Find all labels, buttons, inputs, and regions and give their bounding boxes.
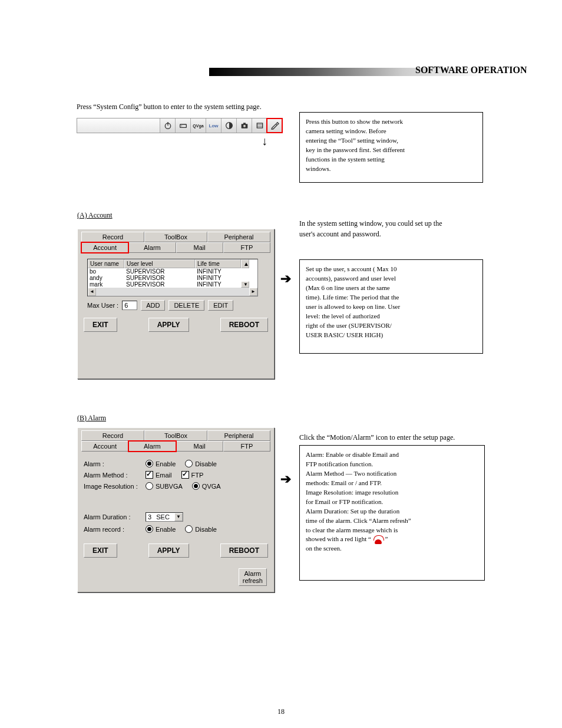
exit-button[interactable]: EXIT xyxy=(84,318,117,332)
hscroll[interactable]: ◄ ► xyxy=(88,288,257,296)
tab-account[interactable]: Account xyxy=(81,441,128,452)
callout-config: Press this button to show the network ca… xyxy=(299,112,483,183)
apply-button[interactable]: APPLY xyxy=(148,318,189,332)
alarm-duration-label: Alarm Duration : xyxy=(84,513,146,521)
alarm-dialog: Record ToolBox Peripheral Account Alarm … xyxy=(77,427,275,592)
duration-select[interactable]: 3 SEC ▼ xyxy=(146,512,183,522)
low-icon[interactable]: Low xyxy=(206,118,221,133)
scroll-left-icon[interactable]: ◄ xyxy=(88,288,96,296)
subvga-label: SUBVGA xyxy=(156,483,183,490)
account-heading: (A) Account xyxy=(77,211,113,220)
reboot-button[interactable]: REBOOT xyxy=(220,318,268,332)
alarm-method-label: Alarm Method : xyxy=(84,472,146,479)
scroll-down-icon[interactable]: ▼ xyxy=(241,281,249,288)
svg-rect-8 xyxy=(257,123,262,128)
tab-row-bottom: Account Alarm Mail FTP xyxy=(78,441,274,452)
tab-peripheral[interactable]: Peripheral xyxy=(207,232,270,242)
table-row[interactable]: markSUPERVISORINFINITY▼ xyxy=(88,281,257,288)
power-icon[interactable] xyxy=(160,118,175,133)
col-userlevel[interactable]: User level xyxy=(124,259,195,268)
qvga-label: QVGA xyxy=(202,483,221,490)
alarm-enable-radio[interactable] xyxy=(146,460,153,467)
alarm-disable-radio[interactable] xyxy=(185,460,193,467)
qvga-radio[interactable] xyxy=(192,482,200,490)
svg-rect-7 xyxy=(243,123,246,124)
tab-account[interactable]: Account xyxy=(81,242,128,253)
ftp-label: FTP xyxy=(191,472,204,479)
alarm-label: Alarm : xyxy=(84,460,146,467)
alarm-record-label: Alarm record : xyxy=(84,526,146,533)
email-label: Email xyxy=(156,472,172,479)
toolbar-intro: Press “System Config” button to enter to… xyxy=(77,103,262,111)
apply-button[interactable]: APPLY xyxy=(148,543,189,558)
delete-button[interactable]: DELETE xyxy=(168,300,204,311)
tab-peripheral[interactable]: Peripheral xyxy=(207,430,270,441)
tab-mail[interactable]: Mail xyxy=(176,441,223,452)
callout-account: Set up the user, s account ( Max 10 acco… xyxy=(299,259,483,354)
maxuser-label: Max User : xyxy=(87,302,118,309)
tab-ftp[interactable]: FTP xyxy=(223,441,270,452)
down-arrow-icon: ↓ xyxy=(262,134,267,148)
arrow-icon: ➔ xyxy=(280,472,291,487)
config-icon[interactable] xyxy=(267,118,282,133)
tab-row-bottom: Account Alarm Mail FTP xyxy=(78,242,274,253)
tab-alarm[interactable]: Alarm xyxy=(128,441,176,452)
tab-toolbox[interactable]: ToolBox xyxy=(144,232,207,242)
camera-icon[interactable] xyxy=(236,118,252,133)
callout-alarm: Alarm: Enable or disable Email and FTP n… xyxy=(299,445,485,581)
enable-label: Enable xyxy=(156,460,176,467)
section-title: SOFTWARE OPERATION xyxy=(415,65,527,75)
image-res-label: Image Resolution : xyxy=(84,483,146,490)
account-rtext: In the system setting window, you could … xyxy=(299,218,482,239)
user-table: User name User level Life time ▲ boSUPER… xyxy=(87,259,258,297)
chevron-down-icon[interactable]: ▼ xyxy=(174,513,183,521)
drive-icon[interactable] xyxy=(175,118,190,133)
beacon-icon xyxy=(373,536,384,544)
record-disable-radio[interactable] xyxy=(185,525,193,533)
arrow-icon: ➔ xyxy=(280,271,291,286)
disable-label: Disable xyxy=(195,460,217,467)
page-number: 18 xyxy=(277,707,285,716)
exit-button[interactable]: EXIT xyxy=(84,543,117,558)
scroll-up-icon[interactable]: ▲ xyxy=(241,259,249,268)
table-row[interactable]: boSUPERVISORINFINITY xyxy=(88,268,257,275)
enable-label-2: Enable xyxy=(156,526,176,533)
alarm-heading: (B) Alarm xyxy=(77,414,106,423)
table-row[interactable]: andySUPERVISORINFINITY xyxy=(88,275,257,281)
email-check[interactable] xyxy=(146,471,153,479)
disable-label-2: Disable xyxy=(195,526,217,533)
film-icon[interactable] xyxy=(252,118,267,133)
account-dialog: Record ToolBox Peripheral Account Alarm … xyxy=(77,229,275,379)
scroll-right-icon[interactable]: ► xyxy=(249,288,257,296)
subvga-radio[interactable] xyxy=(146,482,153,490)
tab-row-top: Record ToolBox Peripheral xyxy=(78,229,274,242)
reboot-button[interactable]: REBOOT xyxy=(220,543,268,558)
tab-record[interactable]: Record xyxy=(81,232,144,242)
tab-row-top: Record ToolBox Peripheral xyxy=(78,428,274,441)
col-username[interactable]: User name xyxy=(88,259,124,268)
svg-rect-2 xyxy=(180,124,186,127)
toolbar: QVga Low xyxy=(77,118,283,133)
alarm-refresh-button[interactable]: Alarmrefresh xyxy=(239,568,267,586)
contrast-icon[interactable] xyxy=(221,118,236,133)
svg-point-3 xyxy=(181,126,181,126)
add-button[interactable]: ADD xyxy=(141,300,165,311)
qvga-icon[interactable]: QVga xyxy=(190,118,206,133)
edit-button[interactable]: EDIT xyxy=(208,300,233,311)
tab-toolbox[interactable]: ToolBox xyxy=(144,430,207,441)
svg-point-6 xyxy=(243,125,246,127)
tab-mail[interactable]: Mail xyxy=(176,242,223,253)
tab-record[interactable]: Record xyxy=(81,430,144,441)
record-enable-radio[interactable] xyxy=(146,525,153,533)
col-lifetime[interactable]: Life time xyxy=(195,259,241,268)
alarm-rtext: Click the “Motion/Alarm” icon to enter t… xyxy=(299,432,482,443)
maxuser-input[interactable] xyxy=(122,301,137,310)
tab-ftp[interactable]: FTP xyxy=(223,242,270,253)
tab-alarm[interactable]: Alarm xyxy=(128,242,176,253)
ftp-check[interactable] xyxy=(181,471,189,479)
